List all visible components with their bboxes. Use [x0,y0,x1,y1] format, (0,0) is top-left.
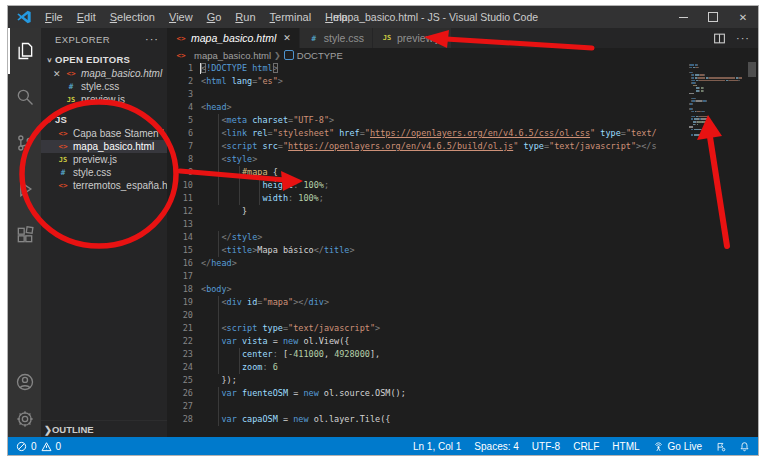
section-folder-js[interactable]: ∨ JS [41,112,167,127]
code-line[interactable]: 10 height: 100%; [167,179,758,192]
section-open-editors[interactable]: ∨ OPEN EDITORS [41,52,167,67]
code-line[interactable]: 5 <meta charset="UTF-8"> [167,114,758,127]
breadcrumb[interactable]: <> mapa_basico.html ❯ DOCTYPE [167,48,758,62]
notifications-bell-icon[interactable] [739,441,750,452]
line-number: 9 [167,166,201,179]
go-live-button[interactable]: Go Live [653,441,702,452]
code-line[interactable]: 6 <link rel="stylesheet" href="https://o… [167,127,758,140]
menu-file[interactable]: File [38,6,70,28]
feedback-icon[interactable] [715,441,726,452]
menu-go[interactable]: Go [200,6,229,28]
status-spaces-4[interactable]: Spaces: 4 [474,441,518,452]
code-line[interactable]: 4<head> [167,101,758,114]
code-line[interactable]: 26 var fuenteOSM = new ol.source.OSM(); [167,387,758,400]
code-line[interactable]: 20 [167,309,758,322]
warning-icon [41,441,52,452]
activity-search-icon[interactable] [8,74,41,120]
activity-settings-gear-icon[interactable] [8,400,41,437]
file-item[interactable]: <>mapa_basico.html [41,140,167,153]
status-html[interactable]: HTML [612,441,639,452]
code-line[interactable]: 21 <script type="text/javascript"> [167,322,758,335]
line-number: 20 [167,309,201,322]
code-line[interactable]: 13 [167,218,758,231]
code-line[interactable]: 28 var capaOSM = new ol.layer.Tile({ [167,413,758,426]
code-editor[interactable]: 1<!DOCTYPE html>2<html lang="es">34<head… [167,62,758,437]
minimap-line [689,98,745,100]
file-item[interactable]: #style.css [41,166,167,179]
menu-terminal[interactable]: Terminal [263,6,319,28]
file-item[interactable]: <>Capa base Stamen Le... [41,127,167,140]
close-button[interactable]: ✕ [728,6,758,28]
code-line[interactable]: 14 </style> [167,231,758,244]
open-editor-item[interactable]: JSpreview.js [41,93,167,106]
problems-indicator[interactable]: 0 0 [16,441,61,452]
tab-style.css[interactable]: #style.css [300,28,373,48]
section-outline[interactable]: ❯ OUTLINE [41,420,167,437]
minimap-line [689,100,745,102]
minimap[interactable] [689,64,745,137]
activity-source-control-icon[interactable] [8,120,41,166]
status-ln-1-col-1[interactable]: Ln 1, Col 1 [413,441,461,452]
file-item[interactable]: JSpreview.js [41,153,167,166]
folder-name-label: JS [55,114,67,125]
maximize-button[interactable] [698,6,728,28]
code-line[interactable]: 15 <title>Mapa básico</title> [167,244,758,257]
code-line[interactable]: 22 var vista = new ol.View({ [167,335,758,348]
title-bar: FileEditSelectionViewGoRunTerminalHelp m… [8,6,758,28]
activity-extensions-icon[interactable] [8,212,41,258]
code-line-text: <!DOCTYPE html> [201,62,758,75]
close-icon[interactable]: ✕ [53,69,63,79]
open-editor-item[interactable]: ✕<>mapa_basico.html [41,67,167,80]
indent-guide [218,413,219,426]
breadcrumb-symbol[interactable]: DOCTYPE [297,50,343,61]
menu-edit[interactable]: Edit [70,6,103,28]
code-line[interactable]: 16</head> [167,257,758,270]
code-line[interactable]: 19 <div id="mapa"></div> [167,296,758,309]
code-line[interactable]: 2<html lang="es"> [167,75,758,88]
code-line[interactable]: 8 <style> [167,153,758,166]
indent-guide [239,179,240,192]
status-utf-8[interactable]: UTF-8 [532,441,560,452]
code-line-text: #mapa { [201,166,758,179]
code-line[interactable]: 17 [167,270,758,283]
code-line[interactable]: 3 [167,88,758,101]
activity-account-icon[interactable] [8,363,41,400]
menu-selection[interactable]: Selection [103,6,162,28]
code-line[interactable]: 23 center: [-411000, 4928000], [167,348,758,361]
breadcrumb-file[interactable]: mapa_basico.html [194,50,271,61]
indent-guide [218,400,219,413]
code-line[interactable]: 9 #mapa { [167,166,758,179]
code-line[interactable]: 24 zoom: 6 [167,361,758,374]
source-control-icon [15,133,35,153]
line-number: 21 [167,322,201,335]
code-line[interactable]: 1<!DOCTYPE html> [167,62,758,75]
activity-files-icon[interactable] [8,28,41,74]
menu-run[interactable]: Run [228,6,262,28]
scrollbar-thumb[interactable] [748,62,756,77]
tab-preview.js[interactable]: JSpreview.js [373,28,452,48]
file-item[interactable]: <>terremotos_españa.ht... [41,179,167,192]
code-line-text: height: 100%; [201,179,758,192]
close-icon[interactable]: ✕ [283,33,291,43]
code-line[interactable]: 25 }); [167,374,758,387]
line-number: 15 [167,244,201,257]
code-line[interactable]: 12 } [167,205,758,218]
split-editor-icon[interactable] [713,32,726,45]
indent-guide [218,140,219,153]
minimize-button[interactable] [668,6,698,28]
indent-guide [218,231,219,244]
code-line[interactable]: 7 <script src="https://openlayers.org/en… [167,140,758,153]
code-line[interactable]: 27 [167,400,758,413]
open-editor-item[interactable]: #style.css [41,80,167,93]
status-crlf[interactable]: CRLF [573,441,599,452]
menu-view[interactable]: View [162,6,200,28]
tab-mapa_basico.html[interactable]: <>mapa_basico.html✕ [167,28,300,48]
minimap-line [689,64,745,66]
css-file-icon: # [65,82,77,91]
sidebar-more-icon[interactable]: ··· [145,33,159,45]
code-line[interactable]: 11 width: 100%; [167,192,758,205]
code-line[interactable]: 18<body> [167,283,758,296]
more-actions-icon[interactable]: ··· [736,32,750,44]
activity-run-debug-icon[interactable] [8,166,41,212]
minimap-line [689,118,745,120]
